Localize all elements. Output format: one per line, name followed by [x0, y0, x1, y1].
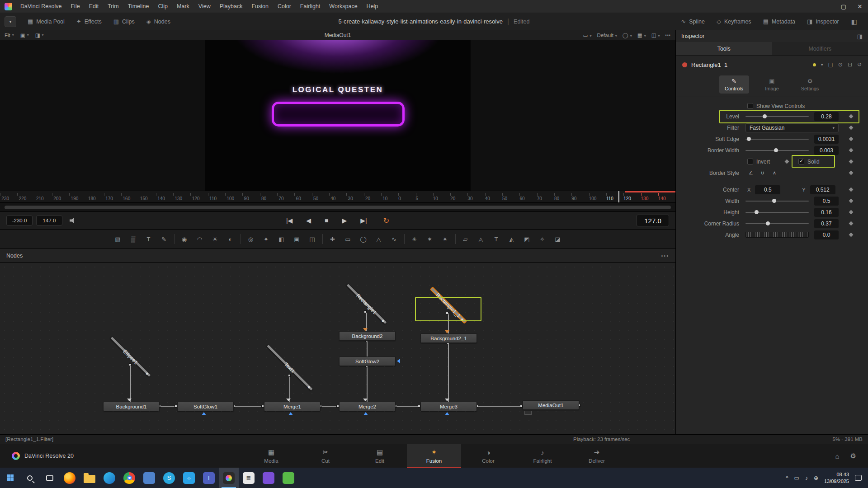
slider-thumb[interactable] — [747, 137, 751, 141]
spline-button[interactable]: ∿ Spline — [675, 13, 711, 30]
mask-input-triangle[interactable] — [363, 412, 368, 415]
minimize-button[interactable]: – — [819, 0, 835, 13]
stop-button[interactable]: ■ — [325, 217, 328, 224]
paint-tool-icon[interactable]: ✎ — [159, 234, 170, 244]
node-background2-1[interactable]: Background2_1 — [420, 333, 477, 343]
p-merge-tool-icon[interactable]: ✶ — [425, 234, 435, 244]
taskbar-clock[interactable]: 08.43 13/09/2025 — [824, 471, 849, 484]
menu-item[interactable]: Playback — [215, 0, 247, 13]
media-pool-button[interactable]: ▦ Media Pool — [22, 13, 71, 30]
tab-modifiers[interactable]: Modifiers — [772, 42, 868, 55]
background-tool-icon[interactable]: ▧ — [113, 234, 123, 244]
viewer-zoom-icon[interactable]: ▭ — [583, 32, 592, 38]
tray-icon[interactable]: ⊕ — [814, 475, 818, 481]
image-plane-3d-tool-icon[interactable]: ▱ — [460, 234, 471, 244]
filter-dropdown[interactable]: Fast Gaussian▾ — [745, 123, 839, 132]
angle-thumbwheel[interactable] — [745, 232, 809, 238]
slider-thumb[interactable] — [766, 221, 770, 225]
blur-tool-icon[interactable]: ◎ — [245, 234, 256, 244]
task-view-button[interactable] — [40, 468, 60, 488]
menu-item[interactable]: Trim — [103, 0, 123, 13]
home-icon[interactable]: ⌂ — [835, 452, 839, 460]
border-width-value[interactable]: 0.003 — [814, 146, 839, 155]
davinci-resolve-taskbar-icon[interactable] — [219, 468, 239, 488]
node-merge3[interactable]: Merge3 — [420, 402, 477, 411]
node-connection[interactable] — [396, 406, 420, 407]
slider-thumb[interactable] — [755, 210, 759, 214]
page-tab-edit[interactable]: ▤Edit — [353, 444, 407, 468]
photos-icon[interactable] — [259, 468, 278, 488]
mask-input-triangle[interactable] — [363, 328, 368, 331]
camera-3d-tool-icon[interactable]: ◩ — [522, 234, 533, 244]
node-graph[interactable]: Rectangle1 Rectangle1_1 Background2 Back… — [0, 263, 675, 434]
keyframe-diamond-icon[interactable] — [849, 199, 854, 203]
menu-item[interactable]: DaVinci Resolve — [16, 0, 66, 13]
mask-input-triangle[interactable] — [397, 359, 400, 363]
level-value[interactable]: 0.28 — [814, 112, 839, 121]
center-x-value[interactable]: 0.5 — [755, 185, 780, 194]
node-softglow2[interactable]: SoftGlow2 — [339, 357, 396, 366]
loop-button[interactable]: ↻ — [383, 216, 389, 225]
effects-button[interactable]: ✦ Effects — [71, 13, 108, 30]
slider-thumb[interactable] — [772, 199, 776, 203]
clips-button[interactable]: ▥ Clips — [108, 13, 141, 30]
border-style-bevel-icon[interactable]: ∧ — [770, 169, 779, 177]
pin-icon[interactable]: ⊙ — [838, 61, 843, 68]
panel-layout-icon[interactable]: ◧ — [845, 18, 863, 25]
rectangle-mask-tool-icon[interactable]: ▭ — [343, 234, 354, 244]
bspline-mask-tool-icon[interactable]: ∿ — [389, 234, 400, 244]
mask-input-triangle[interactable] — [288, 412, 293, 415]
border-style-miter-icon[interactable]: ∠ — [746, 169, 755, 177]
playhead[interactable] — [618, 191, 619, 202]
input-triangle[interactable] — [127, 399, 132, 401]
app-logo-icon[interactable] — [5, 3, 12, 10]
tray-icon[interactable]: ^ — [786, 475, 788, 481]
height-value[interactable]: 0.16 — [814, 208, 839, 217]
ellipse-mask-tool-icon[interactable]: ◯ — [358, 234, 369, 244]
node-mediaout1[interactable]: MediaOut1 — [523, 400, 579, 410]
node-merge2[interactable]: Merge2 — [339, 402, 396, 411]
matte-control-tool-icon[interactable]: ◫ — [307, 234, 318, 244]
step-back-button[interactable]: ◀ — [306, 217, 311, 224]
subtab-controls[interactable]: ✎ Controls — [719, 75, 749, 94]
mask-input-triangle[interactable] — [445, 330, 449, 333]
timeline-ruler[interactable]: -230-220-210-200-190-180-170-160-150-140… — [0, 191, 675, 203]
extensions-icon[interactable] — [139, 468, 159, 488]
firefox-icon[interactable] — [60, 468, 80, 488]
tray-icon[interactable]: ▭ — [794, 475, 799, 481]
output-port[interactable] — [288, 374, 291, 377]
shape-3d-tool-icon[interactable]: ◬ — [476, 234, 486, 244]
node-merge1[interactable]: Merge1 — [264, 402, 321, 411]
timeline-scrollbar[interactable] — [5, 206, 671, 209]
keyframe-diamond-icon[interactable] — [849, 221, 854, 226]
pop-out-icon[interactable]: ▢ — [828, 61, 833, 68]
spot-light-3d-tool-icon[interactable]: ✧ — [537, 234, 548, 244]
output-port[interactable] — [129, 363, 132, 366]
sticky-notes-icon[interactable] — [278, 468, 298, 488]
page-tab-media[interactable]: ▦Media — [244, 444, 298, 468]
reset-icon[interactable]: ↺ — [857, 61, 862, 68]
channel-booleans-tool-icon[interactable]: ▣ — [292, 234, 302, 244]
polygon-mask-tool-icon[interactable]: △ — [373, 234, 384, 244]
skype-icon[interactable]: S — [159, 468, 179, 488]
hue-curves-tool-icon[interactable]: ☀ — [210, 234, 221, 244]
version-chevron-icon[interactable]: ▾ — [821, 62, 823, 67]
page-tab-cut[interactable]: ✂Cut — [298, 444, 353, 468]
keyframe-diamond-icon[interactable] — [849, 188, 854, 192]
tab-tools[interactable]: Tools — [676, 42, 772, 55]
range-start-field[interactable]: -230.0 — [6, 216, 33, 225]
menu-item[interactable]: Fairlight — [296, 0, 325, 13]
tray-icon[interactable]: ♪ — [805, 475, 808, 481]
subtab-image[interactable]: ▣ Image — [757, 75, 787, 94]
soft-edge-slider[interactable] — [745, 139, 809, 140]
menu-item[interactable]: File — [66, 0, 84, 13]
close-button[interactable]: ✕ — [852, 0, 868, 13]
node-connection[interactable] — [234, 406, 264, 407]
menu-item[interactable]: Help — [362, 0, 383, 13]
corner-radius-value[interactable]: 0.37 — [814, 219, 839, 228]
vscode-icon[interactable]: ‹› — [179, 468, 199, 488]
chrome-icon[interactable] — [119, 468, 139, 488]
width-value[interactable]: 0.5 — [814, 197, 839, 206]
p-emitter-tool-icon[interactable]: ✳ — [409, 234, 420, 244]
node-connection[interactable] — [367, 341, 368, 357]
